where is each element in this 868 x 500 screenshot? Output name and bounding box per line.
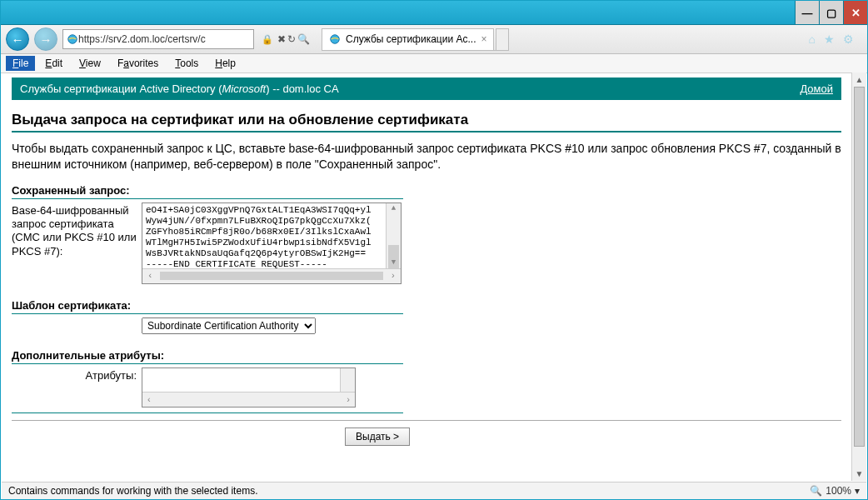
scroll-right-icon[interactable]: › <box>390 271 396 282</box>
intro-text: Чтобы выдать сохраненный запрос к ЦС, вс… <box>12 141 841 172</box>
address-bar: ← → https://srv2.dom.loc/certsrv/c 🔒 ✖ ↻… <box>1 25 867 54</box>
menu-tools[interactable]: Tools <box>168 56 205 71</box>
content-area: Службы сертификации Active Directory (Mi… <box>2 72 866 481</box>
url-text: https://srv2.dom.loc/certsrv/c <box>78 33 206 45</box>
scroll-right-icon[interactable]: › <box>347 394 350 404</box>
page-scroll-down-icon[interactable]: ▼ <box>852 467 866 481</box>
page-vscroll[interactable]: ▲ ▼ <box>851 72 866 481</box>
req-hscroll[interactable]: ‹ › <box>142 268 401 283</box>
submit-divider <box>12 420 841 421</box>
status-text: Contains commands for working with the s… <box>8 485 257 497</box>
ie-icon <box>329 33 341 45</box>
forward-button[interactable]: → <box>34 28 57 51</box>
heading-rule <box>12 131 841 132</box>
template-row: Subordinate Certification Authority <box>12 318 841 334</box>
attributes-textarea[interactable]: ‹ › <box>142 368 356 408</box>
tab-active[interactable]: Службы сертификации Ac... × <box>322 28 494 50</box>
ie-window: — ▢ ✕ ← → https://srv2.dom.loc/certsrv/c… <box>0 0 868 500</box>
request-field-label: Base-64-шифрованный запрос сертификата (… <box>12 202 137 258</box>
menu-edit[interactable]: Edit <box>38 56 69 71</box>
page-scroll-thumb[interactable] <box>854 87 865 447</box>
url-input[interactable]: https://srv2.dom.loc/certsrv/c <box>62 29 254 49</box>
scroll-down-icon[interactable]: ▼ <box>387 258 401 269</box>
scroll-left-icon[interactable]: ‹ <box>147 271 153 282</box>
section-rule-1 <box>12 198 403 199</box>
menu-help[interactable]: Help <box>208 56 242 71</box>
cert-services-banner: Службы сертификации Active Directory (Mi… <box>12 78 841 100</box>
page-scroll-up-icon[interactable]: ▲ <box>852 72 866 87</box>
back-button[interactable]: ← <box>6 28 29 51</box>
tab-title: Службы сертификации Ac... <box>346 33 476 45</box>
submit-button[interactable]: Выдать > <box>345 428 410 446</box>
attr-hscroll[interactable]: ‹ › <box>142 392 355 407</box>
new-tab-button[interactable] <box>496 28 509 50</box>
zoom-control[interactable]: 🔍 100% ▾ <box>810 485 860 497</box>
saved-request-label: Сохраненный запрос: <box>12 184 841 197</box>
page-title: Выдача запроса на сертификат или на обно… <box>12 112 841 128</box>
refresh-button[interactable]: ↻ <box>287 33 296 45</box>
minimize-button[interactable]: — <box>795 1 819 24</box>
tools-icon[interactable]: ⚙ <box>843 32 854 46</box>
template-label: Шаблон сертификата: <box>12 299 841 312</box>
attributes-label: Атрибуты: <box>12 368 137 382</box>
section-rule-2 <box>12 313 403 314</box>
stop-button[interactable]: ✖ <box>277 33 286 45</box>
favorites-icon[interactable]: ★ <box>824 32 835 46</box>
request-textarea[interactable]: eO4I+SA0jC03XggVPnQ7GxtALT1EqA3WSI7qQq+y… <box>142 202 402 284</box>
tab-close-icon[interactable]: × <box>481 33 486 45</box>
menu-file[interactable]: FFileile <box>6 56 35 71</box>
zoom-dropdown-icon[interactable]: ▾ <box>855 485 860 497</box>
request-row: Base-64-шифрованный запрос сертификата (… <box>12 202 841 284</box>
banner-text: Службы сертификации Active Directory (Mi… <box>20 82 339 95</box>
home-icon[interactable]: ⌂ <box>809 32 816 46</box>
submit-row: Выдать > <box>345 428 841 446</box>
titlebar: — ▢ ✕ <box>1 1 867 25</box>
template-spacer <box>12 318 137 319</box>
additional-attrs-label: Дополнительные атрибуты: <box>12 349 841 362</box>
attributes-row: Атрибуты: ‹ › <box>12 368 841 408</box>
search-button[interactable]: 🔍 <box>297 33 310 45</box>
menu-view[interactable]: View <box>72 56 107 71</box>
scroll-up-icon[interactable]: ▲ <box>387 203 401 215</box>
command-bar: ⌂ ★ ⚙ <box>809 32 862 46</box>
maximize-button[interactable]: ▢ <box>819 1 843 24</box>
req-vscroll[interactable]: ▲ ▼ <box>386 203 401 269</box>
section-rule-3 <box>12 363 403 364</box>
hscroll-thumb[interactable] <box>160 272 384 280</box>
menu-favorites[interactable]: Favorites <box>111 56 165 71</box>
tab-strip: Службы сертификации Ac... × <box>322 28 509 51</box>
scroll-left-icon[interactable]: ‹ <box>147 394 151 404</box>
request-value: eO4I+SA0jC03XggVPnQ7GxtALT1EqA3WSI7qQq+y… <box>142 203 401 272</box>
attr-vscroll[interactable] <box>340 368 355 392</box>
ie-icon <box>67 33 78 45</box>
ssl-lock-icon: 🔒 <box>262 34 273 45</box>
page-body: Службы сертификации Active Directory (Mi… <box>2 72 851 481</box>
menu-bar: FFileile Edit View Favorites Tools Help <box>1 54 867 73</box>
template-select[interactable]: Subordinate Certification Authority <box>142 318 316 334</box>
close-button[interactable]: ✕ <box>843 1 867 24</box>
section-rule-4 <box>12 412 403 413</box>
zoom-value: 100% <box>826 485 851 497</box>
home-link[interactable]: Домой <box>800 82 833 95</box>
zoom-icon: 🔍 <box>810 485 822 497</box>
url-controls: 🔒 ✖ ↻ 🔍 <box>259 33 310 45</box>
status-bar: Contains commands for working with the s… <box>2 482 866 499</box>
